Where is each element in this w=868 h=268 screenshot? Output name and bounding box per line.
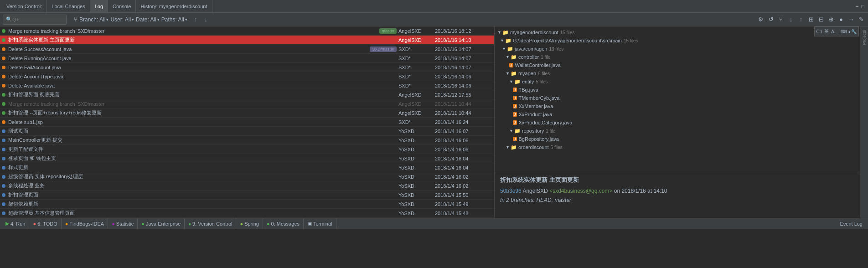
ime-icon3[interactable]: ⌨ bbox=[841, 29, 847, 34]
ime-icon2[interactable]: … bbox=[835, 29, 840, 34]
tree-root-label: myagenorderdiscount bbox=[510, 30, 558, 35]
status-messages[interactable]: ● 0: Messages bbox=[263, 218, 304, 229]
log-row[interactable]: Merge remote tracking branch 'SXD/master… bbox=[0, 99, 494, 108]
log-row[interactable]: 更新了配置文件YoSXD2018/1/4 16:06 bbox=[0, 145, 494, 154]
tab-history[interactable]: History: myagenorderdiscount bbox=[136, 0, 212, 12]
status-todo[interactable]: ● 6: TODO bbox=[29, 218, 61, 229]
status-spring[interactable]: ● Spring bbox=[236, 218, 263, 229]
tree-node[interactable]: JTBg.java bbox=[495, 86, 860, 94]
search-input[interactable] bbox=[12, 17, 62, 22]
version-control-label: 9: Version Control bbox=[192, 221, 232, 227]
user-filter[interactable]: User: All ▾ bbox=[110, 16, 134, 23]
right-panel: ▼ 📁 myagenorderdiscount 15 files ▼ 📁 G:\… bbox=[495, 26, 860, 218]
status-version-control[interactable]: ♦ 9: Version Control bbox=[185, 218, 236, 229]
log-list[interactable]: Merge remote tracking branch 'SXD/master… bbox=[0, 26, 494, 218]
action1-icon[interactable]: ↺ bbox=[767, 15, 775, 24]
log-row[interactable]: 折扣管理页面YoSXD2018/1/4 15:50 bbox=[0, 191, 494, 200]
tree-node[interactable]: ▼📁myagen6 files bbox=[495, 69, 860, 77]
commit-branches: In 2 branches: HEAD, master bbox=[500, 197, 854, 203]
log-row[interactable]: Delete RunningAccount.javaSXD*2018/1/16 … bbox=[0, 54, 494, 63]
log-subject: Delete Available.java bbox=[8, 83, 398, 88]
log-dot bbox=[2, 129, 5, 133]
log-row[interactable]: 登录页面 和 钱包主页YoSXD2018/1/4 16:04 bbox=[0, 154, 494, 163]
terminal-icon: ▣ bbox=[307, 221, 312, 227]
tree-node[interactable]: ▼📁java\com\agen13 files bbox=[495, 45, 860, 53]
log-subject: 折扣管理界面 彻底完善 bbox=[8, 91, 398, 98]
action5-icon[interactable]: ⊞ bbox=[807, 15, 815, 24]
tree-node[interactable]: JXxProductCategory.java bbox=[495, 119, 860, 127]
status-java-enterprise[interactable]: ● Java Enterprise bbox=[138, 218, 185, 229]
minimize-icon[interactable]: − bbox=[856, 4, 858, 9]
sort-asc-icon[interactable]: ↑ bbox=[192, 15, 200, 24]
search-box[interactable]: 🔍 bbox=[3, 15, 67, 25]
log-row[interactable]: 样式更新YoSXD2018/1/4 16:04 bbox=[0, 163, 494, 172]
log-row[interactable]: Delete Available.javaSXD*2018/1/16 14:06 bbox=[0, 81, 494, 90]
log-row[interactable]: MainController更新 提交YoSXD2018/1/4 16:06 bbox=[0, 136, 494, 145]
tree-node[interactable]: JBgRepository.java bbox=[495, 135, 860, 143]
status-findbugs[interactable]: ● FindBugs-IDEA bbox=[62, 218, 108, 229]
tab-version-control[interactable]: Version Control: bbox=[2, 0, 47, 12]
tree-node[interactable]: ▼📁repository1 file bbox=[495, 127, 860, 135]
log-row[interactable]: 超级管理员 基本信息管理页面YoSXD2018/1/4 15:48 bbox=[0, 209, 494, 218]
action6-icon[interactable]: ⊟ bbox=[817, 15, 825, 24]
paths-filter[interactable]: Paths: All ▾ bbox=[161, 16, 187, 23]
log-row[interactable]: 超级管理员 实体 repository处理层YoSXD2018/1/4 16:0… bbox=[0, 172, 494, 181]
log-row[interactable]: Delete SuccessAccount.javaSXD/masterSXD*… bbox=[0, 45, 494, 54]
tree-label: controller bbox=[518, 54, 539, 60]
log-row[interactable]: 多线程处理 业务YoSXD2018/1/4 16:02 bbox=[0, 181, 494, 191]
log-row[interactable]: 折扣系统实体更新 主页面更新AngelSXD2018/1/16 14:10 bbox=[0, 36, 494, 45]
action7-icon[interactable]: ⊕ bbox=[827, 15, 835, 24]
branch-filter[interactable]: Branch: All ▾ bbox=[79, 16, 108, 23]
restore-icon[interactable]: □ bbox=[861, 4, 864, 9]
tab-log[interactable]: Log bbox=[90, 0, 108, 12]
tree-node[interactable]: JWalletController.java bbox=[495, 61, 860, 69]
settings-icon[interactable]: ⚙ bbox=[757, 15, 765, 24]
log-subject: 更新了配置文件 bbox=[8, 146, 398, 153]
log-author: AngelSXD bbox=[398, 28, 435, 34]
tree-node[interactable]: ▼📁entity5 files bbox=[495, 77, 860, 86]
tab-console[interactable]: Console bbox=[108, 0, 136, 12]
action10-icon[interactable]: ✎ bbox=[857, 15, 865, 24]
log-subject: 超级管理员 实体 repository处理层 bbox=[8, 173, 398, 180]
log-author: SXD* bbox=[398, 74, 435, 79]
ime-icon4[interactable]: ◂ bbox=[848, 29, 850, 34]
status-terminal[interactable]: ▣ Terminal bbox=[304, 218, 336, 229]
status-statistic[interactable]: ● Statistic bbox=[108, 218, 138, 229]
status-event-log[interactable]: Event Log bbox=[836, 221, 866, 227]
log-row[interactable]: 折扣管理 --页面+repository+redis修复更新AngelSXD20… bbox=[0, 108, 494, 118]
action2-icon[interactable]: ⑂ bbox=[777, 15, 785, 24]
action8-icon[interactable]: ● bbox=[837, 15, 845, 24]
log-date: 2018/1/11 10:44 bbox=[435, 110, 494, 116]
action9-icon[interactable]: → bbox=[847, 15, 855, 24]
tree-node[interactable]: JXxProduct.java bbox=[495, 110, 860, 119]
log-row[interactable]: 折扣管理界面 彻底完善AngelSXD2018/1/12 17:55 bbox=[0, 90, 494, 99]
tree-expand-icon: ▼ bbox=[506, 71, 510, 76]
tab-local-changes[interactable]: Local Changes bbox=[47, 0, 90, 12]
version-control-icon: ♦ bbox=[188, 221, 191, 227]
ime-icon5[interactable]: 🔧 bbox=[851, 29, 857, 34]
tree-path[interactable]: ▼ 📁 G:\ideaProjects\A\myagenorderdiscoun… bbox=[495, 36, 860, 45]
tree-root[interactable]: ▼ 📁 myagenorderdiscount 15 files bbox=[495, 28, 860, 36]
tree-node[interactable]: JXxMember.java bbox=[495, 102, 860, 110]
log-row[interactable]: Merge remote tracking branch 'SXD/master… bbox=[0, 26, 494, 36]
log-author: SXD* bbox=[398, 119, 435, 125]
action3-icon[interactable]: ↓ bbox=[787, 15, 795, 24]
tree-root-expand-icon: ▼ bbox=[497, 30, 501, 35]
tree-node[interactable]: ▼📁orderdiscount5 files bbox=[495, 143, 860, 151]
log-row[interactable]: 测试页面YoSXD2018/1/4 16:07 bbox=[0, 127, 494, 136]
java-file-icon: J bbox=[513, 137, 517, 141]
action4-icon[interactable]: ↑ bbox=[797, 15, 805, 24]
tree-node[interactable]: ▼📁controller1 file bbox=[495, 53, 860, 61]
log-dot bbox=[2, 102, 5, 106]
log-row[interactable]: 架包依赖更新YoSXD2018/1/4 15:49 bbox=[0, 200, 494, 209]
log-row[interactable]: Delete sub1.jspSXD*2018/1/4 16:24 bbox=[0, 118, 494, 127]
log-row[interactable]: Delete AccountType.javaSXD*2018/1/16 14:… bbox=[0, 72, 494, 81]
tree-node[interactable]: JTMemberCyb.java bbox=[495, 94, 860, 102]
date-filter[interactable]: Date: All ▾ bbox=[136, 16, 160, 23]
log-row[interactable]: Delete FailAccount.javaSXD*2018/1/16 14:… bbox=[0, 63, 494, 72]
status-run[interactable]: ▶ 4: Run bbox=[2, 218, 29, 229]
sort-desc-icon[interactable]: ↓ bbox=[202, 15, 210, 24]
log-dot bbox=[2, 193, 5, 197]
log-author: AngelSXD bbox=[398, 37, 435, 43]
ime-icon1[interactable]: A bbox=[831, 29, 834, 34]
